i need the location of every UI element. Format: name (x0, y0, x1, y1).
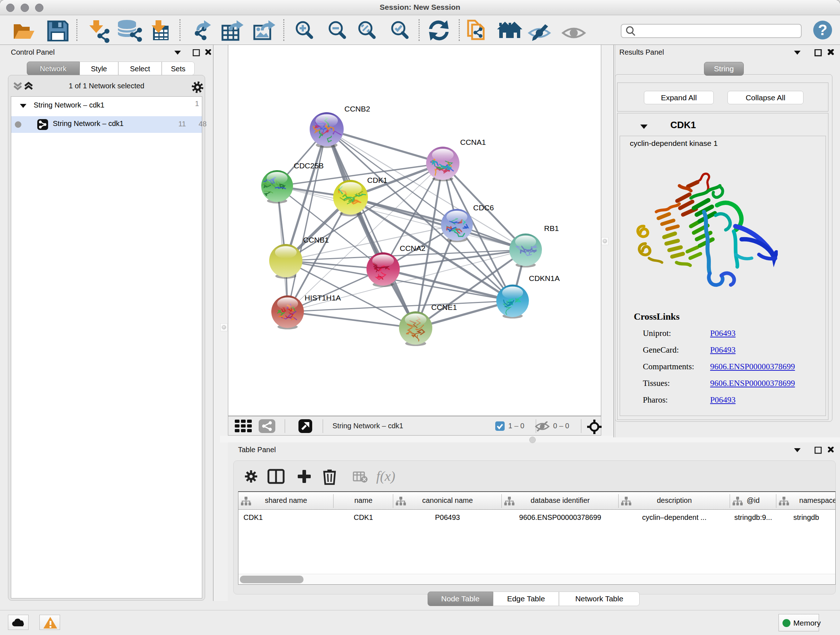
svg-text:CCNB2: CCNB2 (344, 105, 370, 113)
svg-text:CCNA2: CCNA2 (400, 244, 425, 252)
svg-text:RB1: RB1 (544, 224, 559, 233)
svg-text:CCNA1: CCNA1 (460, 138, 486, 146)
svg-text:CDK1: CDK1 (367, 176, 387, 184)
svg-text:f(x): f(x) (376, 469, 395, 484)
svg-text:?: ? (818, 21, 827, 38)
svg-text:CDKN1A: CDKN1A (529, 274, 560, 282)
svg-text:CDC25B: CDC25B (294, 162, 324, 170)
svg-text:HIST1H1A: HIST1H1A (305, 294, 341, 302)
svg-text:CDC6: CDC6 (473, 203, 494, 212)
svg-text:CCNB1: CCNB1 (303, 236, 329, 244)
svg-text:CCNE1: CCNE1 (431, 303, 457, 311)
